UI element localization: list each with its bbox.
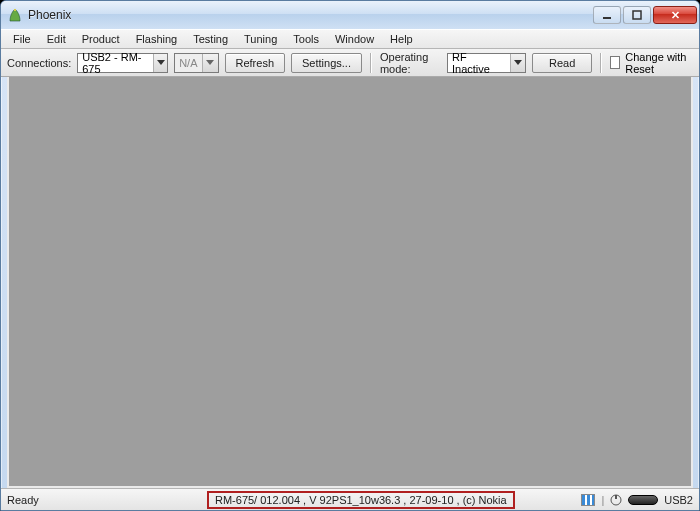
change-with-reset-checkbox[interactable] — [610, 56, 620, 69]
chevron-down-icon — [202, 54, 218, 72]
toolbar: Connections: USB2 - RM-675 N/A Refresh S… — [1, 49, 699, 77]
menu-product[interactable]: Product — [74, 31, 128, 47]
menu-tuning[interactable]: Tuning — [236, 31, 285, 47]
menu-window[interactable]: Window — [327, 31, 382, 47]
client-area — [7, 77, 693, 488]
status-icons: | USB2 — [581, 494, 693, 506]
connections-label: Connections: — [7, 57, 71, 69]
menu-file[interactable]: File — [5, 31, 39, 47]
usb-device-icon — [628, 495, 658, 505]
progress-indicator-icon — [581, 494, 595, 506]
maximize-button[interactable] — [623, 6, 651, 24]
settings-button[interactable]: Settings... — [291, 53, 362, 73]
svg-rect-2 — [633, 11, 641, 19]
window-title: Phoenix — [28, 8, 593, 22]
operating-mode-value: RF Inactive — [452, 51, 506, 75]
menu-help[interactable]: Help — [382, 31, 421, 47]
statusbar: Ready RM-675/ 012.004 , V 92PS1_10w36.3 … — [1, 488, 699, 510]
na-value: N/A — [179, 57, 197, 69]
menubar: File Edit Product Flashing Testing Tunin… — [1, 29, 699, 49]
svg-rect-4 — [615, 495, 617, 499]
connections-value: USB2 - RM-675 — [82, 51, 149, 75]
connections-combo[interactable]: USB2 - RM-675 — [77, 53, 168, 73]
toolbar-separator — [600, 53, 602, 73]
close-button[interactable] — [653, 6, 697, 24]
separator-icon: | — [601, 494, 604, 506]
operating-mode-combo[interactable]: RF Inactive — [447, 53, 526, 73]
status-usb-label: USB2 — [664, 494, 693, 506]
app-window: Phoenix File Edit Product Flashing Testi… — [0, 0, 700, 511]
menu-edit[interactable]: Edit — [39, 31, 74, 47]
read-button[interactable]: Read — [532, 53, 592, 73]
chevron-down-icon — [510, 54, 525, 72]
minimize-button[interactable] — [593, 6, 621, 24]
toolbar-separator — [370, 53, 372, 73]
app-icon — [7, 7, 23, 23]
menu-flashing[interactable]: Flashing — [128, 31, 186, 47]
menu-tools[interactable]: Tools — [285, 31, 327, 47]
svg-point-0 — [14, 9, 16, 11]
chevron-down-icon — [153, 54, 167, 72]
svg-rect-1 — [603, 17, 611, 19]
na-combo[interactable]: N/A — [174, 53, 218, 73]
change-with-reset-wrap[interactable]: Change with Reset — [610, 51, 693, 75]
change-with-reset-label: Change with Reset — [625, 51, 693, 75]
connector-icon — [610, 494, 622, 506]
titlebar: Phoenix — [1, 1, 699, 29]
refresh-button[interactable]: Refresh — [225, 53, 286, 73]
status-device-info: RM-675/ 012.004 , V 92PS1_10w36.3 , 27-0… — [207, 491, 515, 509]
menu-testing[interactable]: Testing — [185, 31, 236, 47]
status-ready: Ready — [7, 494, 197, 506]
operating-mode-label: Operating mode: — [380, 51, 441, 75]
window-controls — [593, 6, 697, 24]
